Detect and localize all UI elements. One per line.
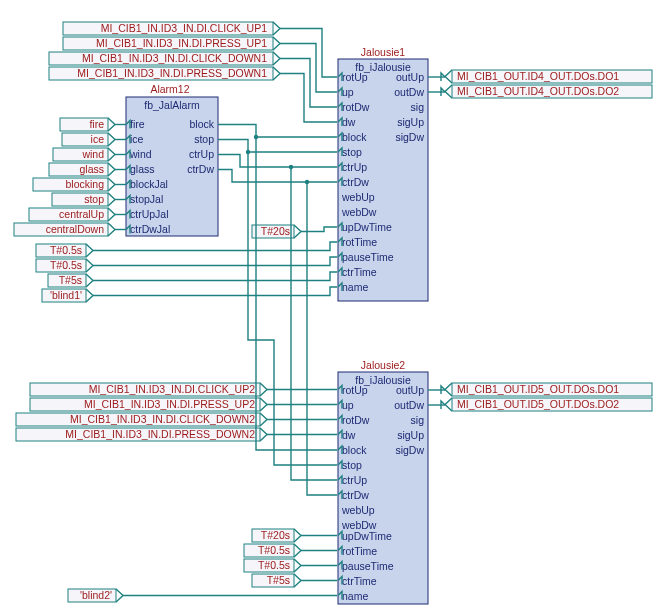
tag-t05c: T#0.5s <box>258 544 290 556</box>
svg-text:ctrDw: ctrDw <box>342 489 369 501</box>
tag-out5-do2: MI_CIB1_OUT.ID5_OUT.DOs.DO2 <box>457 398 619 410</box>
svg-text:pauseTime: pauseTime <box>342 560 394 572</box>
tag-t20: T#20s <box>261 225 290 237</box>
svg-text:rotUp: rotUp <box>342 71 368 83</box>
tag-t5: T#5s <box>59 274 82 286</box>
svg-text:rotUp: rotUp <box>342 384 368 396</box>
svg-text:stop: stop <box>342 459 362 471</box>
tag-fire: fire <box>89 118 104 130</box>
svg-text:name: name <box>342 281 368 293</box>
svg-text:ctrUp: ctrUp <box>342 474 367 486</box>
tag-click-up1: MI_CIB1_IN.ID3_IN.DI.CLICK_UP1 <box>101 22 267 34</box>
block-jalousie2: Jalousie2 fb_iJalousie rotUp up rotDw dw… <box>338 359 428 604</box>
svg-text:dw: dw <box>342 429 356 441</box>
svg-text:webUp: webUp <box>341 191 375 203</box>
svg-text:sig: sig <box>411 101 425 113</box>
svg-text:blockJal: blockJal <box>130 178 168 190</box>
svg-text:webDw: webDw <box>341 206 377 218</box>
jal2-title: Jalousie2 <box>361 359 406 371</box>
svg-text:ctrUp: ctrUp <box>342 161 367 173</box>
tag-centralUp: centralUp <box>59 208 104 220</box>
svg-text:fire: fire <box>130 118 145 130</box>
svg-text:dw: dw <box>342 116 356 128</box>
alarm-type: fb_JalAlarm <box>144 99 200 111</box>
svg-text:ice: ice <box>130 133 144 145</box>
svg-text:ctrUpJal: ctrUpJal <box>130 208 169 220</box>
tag-blocking: blocking <box>65 178 104 190</box>
svg-text:rotTime: rotTime <box>342 545 377 557</box>
tag-click-down1: MI_CIB1_IN.ID3_IN.DI.CLICK_DOWN1 <box>82 52 267 64</box>
svg-text:outUp: outUp <box>396 71 424 83</box>
svg-text:stop: stop <box>194 133 214 145</box>
tag-t05b: T#0.5s <box>50 259 82 271</box>
svg-text:glass: glass <box>130 163 155 175</box>
svg-text:webUp: webUp <box>341 504 375 516</box>
svg-text:block: block <box>189 118 214 130</box>
svg-text:sig: sig <box>411 414 425 426</box>
svg-text:stop: stop <box>342 146 362 158</box>
svg-text:ctrDwJal: ctrDwJal <box>130 223 170 235</box>
block-jalousie1: Jalousie1 fb_iJalousie rotUp up rotDw dw… <box>338 46 428 301</box>
tag-centralDown: centralDown <box>46 223 105 235</box>
svg-text:sigUp: sigUp <box>397 116 424 128</box>
tag-t5b: T#5s <box>267 574 290 586</box>
tag-press-up1: MI_CIB1_IN.ID3_IN.DI.PRESS_UP1 <box>96 37 267 49</box>
block-alarm12: Alarm12 fb_JalAlarm fire ice wind glass … <box>126 83 218 236</box>
svg-text:rotTime: rotTime <box>342 236 377 248</box>
svg-text:ctrDw: ctrDw <box>187 163 214 175</box>
tag-stop: stop <box>84 193 104 205</box>
svg-text:upDwTime: upDwTime <box>342 530 392 542</box>
tag-ice: ice <box>91 133 105 145</box>
svg-text:stopJal: stopJal <box>130 193 163 205</box>
tag-blind2: 'blind2' <box>80 589 112 601</box>
tag-click-down2: MI_CIB1_IN.ID3_IN.DI.CLICK_DOWN2 <box>70 413 255 425</box>
svg-text:upDwTime: upDwTime <box>342 221 392 233</box>
svg-text:name: name <box>342 590 368 602</box>
tag-press-up2: MI_CIB1_IN.ID3_IN.DI.PRESS_UP2 <box>84 398 255 410</box>
alarm-title: Alarm12 <box>150 83 189 95</box>
svg-text:block: block <box>342 131 367 143</box>
tag-out4-do2: MI_CIB1_OUT.ID4_OUT.DOs.DO2 <box>457 85 619 97</box>
svg-text:sigDw: sigDw <box>395 444 424 456</box>
svg-text:sigDw: sigDw <box>395 131 424 143</box>
tag-wind: wind <box>81 148 104 160</box>
tag-press-down2: MI_CIB1_IN.ID3_IN.DI.PRESS_DOWN2 <box>65 428 255 440</box>
svg-text:ctrTime: ctrTime <box>342 266 377 278</box>
tag-t05a: T#0.5s <box>50 244 82 256</box>
svg-text:up: up <box>342 86 354 98</box>
svg-text:outDw: outDw <box>394 399 424 411</box>
jal1-title: Jalousie1 <box>361 46 406 58</box>
tag-press-down1: MI_CIB1_IN.ID3_IN.DI.PRESS_DOWN1 <box>77 67 267 79</box>
svg-text:ctrTime: ctrTime <box>342 575 377 587</box>
tag-click-up2: MI_CIB1_IN.ID3_IN.DI.CLICK_UP2 <box>89 383 255 395</box>
svg-text:pauseTime: pauseTime <box>342 251 394 263</box>
svg-text:ctrDw: ctrDw <box>342 176 369 188</box>
tag-glass: glass <box>79 163 104 175</box>
svg-text:outDw: outDw <box>394 86 424 98</box>
svg-text:sigUp: sigUp <box>397 429 424 441</box>
svg-text:up: up <box>342 399 354 411</box>
tag-out5-do1: MI_CIB1_OUT.ID5_OUT.DOs.DO1 <box>457 383 619 395</box>
svg-text:rotDw: rotDw <box>342 101 370 113</box>
tag-t20b: T#20s <box>261 529 290 541</box>
svg-text:ctrUp: ctrUp <box>189 148 214 160</box>
svg-text:rotDw: rotDw <box>342 414 370 426</box>
tag-blind1: 'blind1' <box>50 289 82 301</box>
tags: MI_CIB1_IN.ID3_IN.DI.CLICK_UP1 MI_CIB1_I… <box>14 22 652 602</box>
svg-text:wind: wind <box>129 148 152 160</box>
tag-out4-do1: MI_CIB1_OUT.ID4_OUT.DOs.DO1 <box>457 70 619 82</box>
svg-text:outUp: outUp <box>396 384 424 396</box>
svg-text:block: block <box>342 444 367 456</box>
tag-t05d: T#0.5s <box>258 559 290 571</box>
